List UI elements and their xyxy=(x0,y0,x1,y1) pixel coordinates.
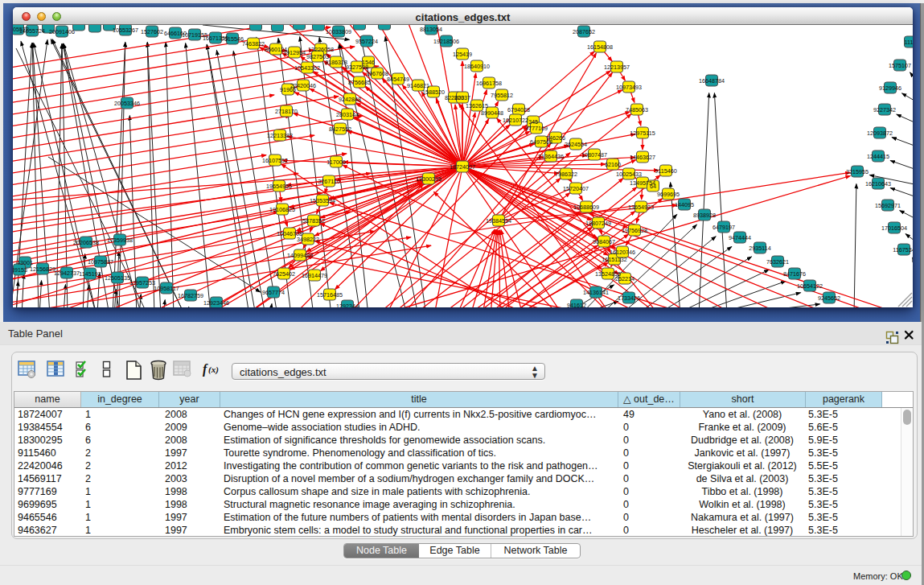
svg-text:91965: 91965 xyxy=(280,86,296,93)
svg-text:14099489: 14099489 xyxy=(287,252,313,259)
svg-text:18640910: 18640910 xyxy=(464,63,490,70)
svg-text:6794028: 6794028 xyxy=(507,106,530,113)
svg-text:10688609: 10688609 xyxy=(573,204,599,211)
svg-text:10654122: 10654122 xyxy=(797,282,823,290)
svg-text:16107552: 16107552 xyxy=(262,157,288,164)
svg-text:8471676: 8471676 xyxy=(783,270,806,278)
svg-text:64: 64 xyxy=(650,183,656,190)
svg-text:16151132: 16151132 xyxy=(602,256,626,263)
svg-text:12213383: 12213383 xyxy=(267,132,293,139)
svg-text:10553267: 10553267 xyxy=(113,27,138,34)
svg-text:19106825: 19106825 xyxy=(269,206,295,213)
svg-text:9084067: 9084067 xyxy=(593,238,615,245)
svg-text:1244415: 1244415 xyxy=(867,153,889,160)
svg-text:14463627: 14463627 xyxy=(630,154,655,161)
svg-text:8990448: 8990448 xyxy=(481,109,503,117)
svg-text:8454749: 8454749 xyxy=(387,76,409,83)
svg-text:62160: 62160 xyxy=(605,161,621,168)
svg-text:2967608: 2967608 xyxy=(366,70,388,77)
svg-text:15716485: 15716485 xyxy=(317,291,343,299)
svg-text:18300295: 18300295 xyxy=(416,175,441,183)
svg-text:6479197: 6479197 xyxy=(713,224,735,231)
svg-text:18807249: 18807249 xyxy=(585,220,611,227)
svg-text:16154808: 16154808 xyxy=(587,43,613,51)
svg-text:8186328: 8186328 xyxy=(325,59,347,66)
svg-text:3498222: 3498222 xyxy=(297,236,319,243)
svg-text:15353594: 15353594 xyxy=(310,197,335,204)
svg-text:2718170: 2718170 xyxy=(275,108,298,115)
svg-text:125419: 125419 xyxy=(453,51,472,58)
svg-text:7986322: 7986322 xyxy=(555,171,577,178)
svg-text:19384554: 19384554 xyxy=(486,217,511,225)
svg-text:1167534: 1167534 xyxy=(893,246,913,253)
svg-text:3267110: 3267110 xyxy=(318,178,339,185)
svg-text:16961758: 16961758 xyxy=(476,80,502,87)
svg-text:17957253: 17957253 xyxy=(129,279,155,286)
svg-text:16782759: 16782759 xyxy=(178,292,203,299)
svg-text:21364436: 21364436 xyxy=(538,153,564,160)
svg-text:1575107: 1575107 xyxy=(889,62,911,69)
svg-text:1117: 1117 xyxy=(905,39,913,46)
svg-text:(x): (x) xyxy=(208,365,219,375)
svg-text:10958117: 10958117 xyxy=(154,285,179,292)
svg-text:6497568: 6497568 xyxy=(530,138,552,146)
svg-text:10975887: 10975887 xyxy=(88,258,113,266)
svg-text:9657774: 9657774 xyxy=(262,289,285,296)
svg-text:16120746: 16120746 xyxy=(610,249,635,256)
svg-text:8427552: 8427552 xyxy=(329,126,351,133)
svg-text:9357224: 9357224 xyxy=(355,38,378,45)
svg-text:9245652: 9245652 xyxy=(818,295,840,302)
svg-text:7463822: 7463822 xyxy=(242,40,265,47)
svg-text:20091406: 20091406 xyxy=(49,28,75,35)
svg-text:9129946: 9129946 xyxy=(879,84,901,92)
svg-text:144095: 144095 xyxy=(675,201,694,208)
svg-text:9227342: 9227342 xyxy=(873,106,896,113)
svg-text:117006: 117006 xyxy=(326,159,345,166)
svg-text:10807487: 10807487 xyxy=(581,151,607,159)
svg-text:39153: 39153 xyxy=(13,266,27,274)
svg-text:7485063: 7485063 xyxy=(626,106,648,113)
svg-text:8756685: 8756685 xyxy=(348,79,371,86)
svg-text:2087652: 2087652 xyxy=(573,28,595,35)
svg-text:12942737: 12942737 xyxy=(54,270,80,277)
svg-text:12156829: 12156829 xyxy=(30,266,55,273)
svg-text:16210643: 16210643 xyxy=(865,180,891,187)
svg-text:9699695: 9699695 xyxy=(657,191,680,198)
svg-text:2935114: 2935114 xyxy=(749,245,770,252)
svg-text:7632621: 7632621 xyxy=(766,258,789,266)
svg-text:12505135: 12505135 xyxy=(105,274,130,282)
svg-text:8938928: 8938928 xyxy=(693,212,716,219)
svg-text:10973493: 10973493 xyxy=(616,84,642,91)
svg-text:18724007: 18724007 xyxy=(450,163,475,171)
svg-text:16648784: 16648784 xyxy=(699,77,725,84)
svg-text:1733426: 1733426 xyxy=(618,295,640,302)
svg-text:10025433: 10025433 xyxy=(616,171,642,178)
svg-text:941612: 941612 xyxy=(567,302,586,308)
svg-text:10543362: 10543362 xyxy=(294,64,320,72)
svg-text:8813054: 8813054 xyxy=(420,26,442,33)
svg-text:82037: 82037 xyxy=(454,94,470,101)
svg-text:2803144: 2803144 xyxy=(336,111,359,118)
svg-text:12975115: 12975115 xyxy=(630,130,655,137)
svg-text:9242848: 9242848 xyxy=(339,96,361,103)
svg-text:7625402: 7625402 xyxy=(273,270,295,278)
svg-text:3912954: 3912954 xyxy=(283,49,306,56)
svg-text:9474444: 9474444 xyxy=(729,234,751,241)
svg-text:9777169: 9777169 xyxy=(525,125,548,132)
svg-text:19756928: 19756928 xyxy=(622,227,647,234)
svg-text:12923446: 12923446 xyxy=(203,299,229,307)
svg-text:20053346: 20053346 xyxy=(114,100,140,107)
svg-text:19218506: 19218506 xyxy=(433,38,459,45)
svg-text:13654923: 13654923 xyxy=(628,204,654,211)
svg-text:14055724: 14055724 xyxy=(19,27,45,35)
svg-text:1588520: 1588520 xyxy=(422,89,445,96)
svg-text:1362615: 1362615 xyxy=(466,102,488,109)
svg-text:f: f xyxy=(203,362,208,377)
svg-text:12093872: 12093872 xyxy=(867,130,893,137)
svg-text:3215955: 3215955 xyxy=(846,168,869,175)
svg-text:15692971: 15692971 xyxy=(875,202,901,209)
svg-text:10033809: 10033809 xyxy=(326,28,351,35)
svg-text:12213957: 12213957 xyxy=(604,64,630,71)
svg-text:3624554: 3624554 xyxy=(565,141,587,148)
svg-text:16914479: 16914479 xyxy=(302,272,327,279)
